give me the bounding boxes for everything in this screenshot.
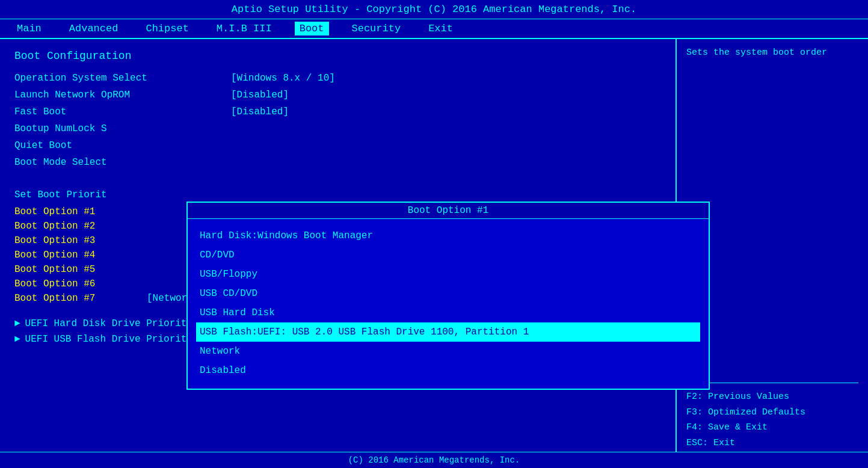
help-key: ESC: Exit xyxy=(686,436,858,451)
help-keys: F2: Previous ValuesF3: Optimized Default… xyxy=(686,383,858,451)
boot-option-modal[interactable]: Boot Option #1 Hard Disk:Windows Boot Ma… xyxy=(186,202,710,390)
menu-item-m-i-b-iii[interactable]: M.I.B III xyxy=(212,22,277,35)
help-key: F3: Optimized Defaults xyxy=(686,405,858,420)
settings-row: Launch Network OpROM[Disabled] xyxy=(14,90,661,100)
section-title: Boot Configuration xyxy=(14,50,661,62)
boot-option-label: Boot Option #6 xyxy=(14,279,147,289)
bottom-bar: (C) 2016 American Megatrends, Inc. xyxy=(0,452,868,468)
modal-title-bar: Boot Option #1 xyxy=(188,203,709,219)
boot-option-label: Boot Option #3 xyxy=(14,235,147,246)
arrow-icon: ► xyxy=(14,334,20,345)
help-top: Sets the system boot order xyxy=(686,48,858,378)
menu-item-main[interactable]: Main xyxy=(12,22,46,35)
settings-value: [Disabled] xyxy=(231,106,289,117)
settings-row: Fast Boot[Disabled] xyxy=(14,106,661,117)
modal-item[interactable]: Network xyxy=(196,342,700,361)
menu-item-exit[interactable]: Exit xyxy=(423,22,458,35)
arrow-item-label: UEFI Hard Disk Drive Priorities xyxy=(25,318,205,329)
settings-label: Boot Mode Select xyxy=(14,157,231,168)
modal-item[interactable]: USB/Floppy xyxy=(196,265,700,284)
arrow-item-label: UEFI USB Flash Drive Priorities xyxy=(25,334,205,345)
settings-rows: Operation System Select[Windows 8.x / 10… xyxy=(14,73,661,168)
settings-label: Fast Boot xyxy=(14,106,231,117)
boot-option-label: Boot Option #2 xyxy=(14,221,147,232)
title-text: Aptio Setup Utility - Copyright (C) 2016… xyxy=(232,4,636,15)
help-key: F2: Previous Values xyxy=(686,389,858,405)
boot-option-label: Boot Option #7 xyxy=(14,293,147,304)
modal-content[interactable]: Hard Disk:Windows Boot ManagerCD/DVDUSB/… xyxy=(188,221,709,389)
main-layout: Boot Configuration Operation System Sele… xyxy=(0,39,868,459)
settings-label: Operation System Select xyxy=(14,73,231,84)
settings-row: Bootup NumLock S xyxy=(14,123,661,134)
boot-option-label: Boot Option #4 xyxy=(14,250,147,260)
menu-item-boot[interactable]: Boot xyxy=(295,22,329,35)
menu-bar: MainAdvancedChipsetM.I.B IIIBootSecurity… xyxy=(0,19,868,39)
settings-row: Quiet Boot xyxy=(14,140,661,151)
settings-label: Bootup NumLock S xyxy=(14,123,231,134)
settings-row: Operation System Select[Windows 8.x / 10… xyxy=(14,73,661,84)
menu-item-security[interactable]: Security xyxy=(347,22,406,35)
settings-value: [Disabled] xyxy=(231,90,289,100)
bottom-bar-text: (C) 2016 American Megatrends, Inc. xyxy=(348,455,520,465)
help-key: F4: Save & Exit xyxy=(686,420,858,436)
settings-label: Launch Network OpROM xyxy=(14,90,231,100)
settings-row: Boot Mode Select xyxy=(14,157,661,168)
title-bar: Aptio Setup Utility - Copyright (C) 2016… xyxy=(0,0,868,19)
arrow-icon: ► xyxy=(14,318,20,329)
set-boot-priority-title: Set Boot Priorit xyxy=(14,189,661,200)
modal-item[interactable]: CD/DVD xyxy=(196,245,700,265)
menu-item-chipset[interactable]: Chipset xyxy=(141,22,193,35)
modal-item[interactable]: USB Flash:UEFI: USB 2.0 USB Flash Drive … xyxy=(196,322,700,342)
boot-option-label: Boot Option #5 xyxy=(14,264,147,275)
modal-item[interactable]: USB Hard Disk xyxy=(196,303,700,322)
modal-item[interactable]: Hard Disk:Windows Boot Manager xyxy=(196,226,700,245)
modal-item[interactable]: Disabled xyxy=(196,361,700,380)
modal-title-text: Boot Option #1 xyxy=(408,205,488,216)
settings-label: Quiet Boot xyxy=(14,140,231,151)
content-area: Boot Configuration Operation System Sele… xyxy=(0,39,676,459)
modal-item[interactable]: USB CD/DVD xyxy=(196,284,700,303)
help-top-text: Sets the system boot order xyxy=(686,48,827,58)
menu-item-advanced[interactable]: Advanced xyxy=(64,22,123,35)
boot-option-label: Boot Option #1 xyxy=(14,206,147,217)
settings-value: [Windows 8.x / 10] xyxy=(231,73,335,84)
